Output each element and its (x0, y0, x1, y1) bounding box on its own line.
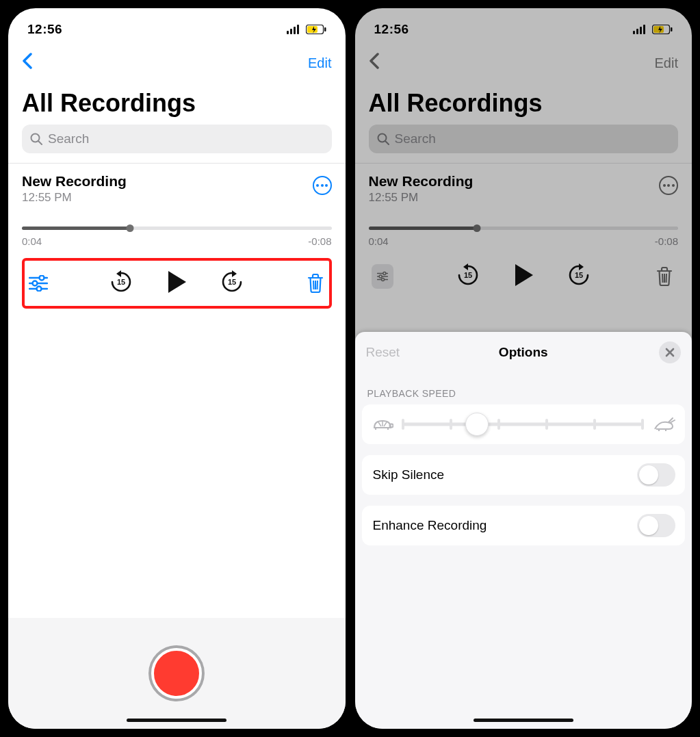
svg-point-7 (31, 134, 40, 142)
svg-text:15: 15 (117, 278, 125, 286)
svg-point-14 (37, 287, 42, 292)
page-title: All Recordings (355, 81, 692, 125)
play-icon (511, 263, 536, 287)
delete-button[interactable] (304, 274, 326, 293)
sliders-icon (377, 268, 388, 285)
enhance-recording-toggle[interactable] (637, 514, 675, 537)
svg-point-40 (389, 424, 393, 428)
svg-text:15: 15 (464, 271, 472, 279)
scrubber[interactable]: 0:04 -0:08 (8, 209, 346, 251)
sheet-title: Options (355, 345, 692, 360)
home-indicator[interactable] (474, 719, 573, 722)
elapsed-time: 0:04 (369, 235, 389, 247)
status-time: 12:56 (27, 22, 62, 37)
elapsed-time: 0:04 (22, 235, 42, 247)
svg-rect-0 (287, 31, 289, 34)
skip-silence-row: Skip Silence (362, 455, 686, 495)
search-icon (377, 133, 389, 145)
skip-forward-icon: 15 (220, 270, 244, 294)
svg-point-32 (379, 275, 382, 278)
back-chevron-icon[interactable] (369, 52, 380, 74)
svg-point-12 (33, 281, 38, 286)
status-bar: 12:56 (355, 8, 692, 45)
svg-line-28 (385, 142, 389, 145)
search-input[interactable]: Search (22, 125, 332, 153)
signal-icon (287, 25, 302, 34)
battery-charging-icon (652, 25, 673, 34)
ellipsis-icon (316, 184, 328, 187)
status-time: 12:56 (374, 22, 409, 37)
search-input[interactable]: Search (369, 125, 679, 153)
svg-line-19 (317, 281, 317, 289)
svg-point-30 (383, 272, 385, 274)
svg-line-37 (662, 274, 663, 283)
svg-rect-23 (643, 25, 645, 34)
playback-speed-card (362, 404, 686, 444)
nav-bar: Edit (8, 45, 346, 81)
svg-rect-2 (294, 27, 296, 34)
enhance-recording-row: Enhance Recording (362, 506, 686, 545)
svg-text:15: 15 (228, 278, 236, 286)
edit-button[interactable]: Edit (655, 55, 678, 71)
remaining-time: -0:08 (655, 235, 678, 247)
svg-line-39 (666, 274, 667, 283)
search-icon (30, 133, 42, 145)
svg-rect-22 (640, 27, 642, 34)
playback-options-button[interactable] (27, 275, 49, 292)
record-footer (8, 618, 346, 729)
status-icons (633, 25, 673, 34)
options-sheet: Reset Options PLAYBACK SPEED (355, 332, 692, 729)
status-bar: 12:56 (8, 8, 346, 45)
home-indicator[interactable] (127, 719, 226, 722)
hare-icon (652, 417, 675, 432)
svg-rect-1 (290, 29, 292, 34)
recording-subtitle: 12:55 PM (369, 191, 474, 205)
play-button[interactable] (164, 270, 189, 297)
skip-silence-toggle[interactable] (637, 463, 675, 487)
edit-button[interactable]: Edit (308, 55, 331, 71)
recording-row[interactable]: New Recording 12:55 PM (355, 164, 692, 209)
svg-rect-20 (633, 31, 635, 34)
svg-line-8 (39, 142, 42, 145)
close-icon (665, 348, 675, 357)
svg-rect-6 (324, 27, 326, 31)
svg-line-17 (313, 281, 314, 289)
play-icon (164, 270, 189, 294)
page-title: All Recordings (8, 81, 346, 125)
more-options-button[interactable] (659, 176, 678, 195)
sliders-icon (29, 275, 48, 292)
skip-forward-15-button[interactable]: 15 (220, 270, 244, 296)
skip-silence-label: Skip Silence (373, 467, 445, 482)
svg-rect-21 (636, 29, 638, 34)
signal-icon (633, 25, 648, 34)
more-options-button[interactable] (313, 176, 332, 195)
svg-rect-3 (297, 25, 299, 34)
delete-button[interactable] (653, 267, 675, 286)
search-placeholder: Search (48, 131, 89, 146)
record-button[interactable] (151, 648, 202, 699)
controls-highlight-box: 15 15 (22, 258, 332, 309)
recording-row[interactable]: New Recording 12:55 PM (8, 164, 346, 209)
skip-back-15-button[interactable]: 15 (109, 270, 133, 296)
svg-point-10 (40, 276, 44, 281)
skip-forward-15-button[interactable]: 15 (567, 263, 591, 289)
back-chevron-icon[interactable] (22, 52, 33, 74)
playback-options-button[interactable] (372, 264, 393, 289)
enhance-recording-label: Enhance Recording (373, 518, 487, 533)
recording-subtitle: 12:55 PM (22, 191, 127, 205)
trash-icon (307, 274, 324, 293)
svg-point-34 (381, 279, 384, 281)
svg-rect-26 (671, 27, 673, 31)
reset-button[interactable]: Reset (366, 345, 400, 360)
nav-bar: Edit (355, 45, 692, 81)
battery-charging-icon (306, 25, 326, 34)
svg-text:15: 15 (575, 271, 583, 279)
skip-back-15-button[interactable]: 15 (456, 263, 480, 289)
scrubber[interactable]: 0:04 -0:08 (355, 209, 692, 251)
playback-speed-slider[interactable] (403, 415, 643, 434)
skip-back-icon: 15 (456, 263, 480, 287)
recording-title: New Recording (369, 173, 474, 190)
close-button[interactable] (659, 341, 681, 363)
play-button[interactable] (511, 263, 536, 290)
search-placeholder: Search (395, 131, 436, 146)
